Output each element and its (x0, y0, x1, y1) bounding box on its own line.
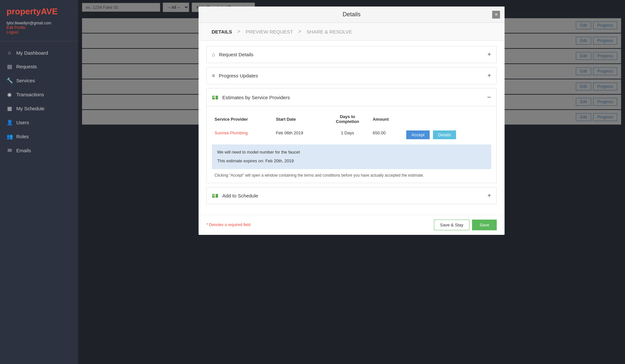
save-stay-button[interactable]: Save & Stay (434, 220, 470, 230)
sidebar-label-roles: Roles (16, 134, 29, 139)
sidebar-label-services: Services (16, 78, 35, 83)
estimate-start-date: Feb 06th 2019 (273, 128, 325, 142)
modal-footer: * Denotes a required field Save & Stay S… (199, 215, 505, 235)
estimates-toggle: − (487, 93, 491, 101)
logo-text: property (7, 7, 41, 16)
request-details-label: Request Details (219, 52, 254, 57)
accept-button[interactable]: Accept (406, 130, 430, 139)
estimate-actions: Accept Details (404, 128, 491, 142)
footer-buttons: Save & Stay Save (434, 220, 497, 230)
estimate-amount: 650.00 (370, 128, 404, 142)
wizard-step-3[interactable]: SHARE & RESOLVE (307, 29, 352, 34)
estimates-header[interactable]: 💵 Estimates by Service Providers − (207, 88, 496, 106)
dollar-icon: 💵 (212, 94, 218, 101)
wizard-sep-2: > (298, 29, 301, 34)
request-details-header[interactable]: ⌂ Request Details + (207, 46, 496, 63)
estimates-accordion: 💵 Estimates by Service Providers − Servi… (206, 88, 497, 183)
save-button[interactable]: Save (472, 220, 497, 230)
progress-updates-label: Progress Updates (219, 73, 258, 78)
sidebar-item-roles[interactable]: 👥Roles (0, 129, 78, 143)
estimate-days: 1 Days (325, 128, 370, 142)
sidebar-item-users[interactable]: 👤Users (0, 115, 78, 129)
logout-link[interactable]: Logout (7, 30, 72, 34)
user-email: tylor.llewellyn@gmail.com (7, 21, 51, 25)
th-actions (404, 112, 491, 128)
estimate-note-line2: This estimate expires on: Feb 20th, 2019 (217, 158, 486, 165)
users-icon: 👤 (7, 119, 12, 126)
sidebar-item-my-schedule[interactable]: ▦My Schedule (0, 101, 78, 115)
required-text: Denotes a required field (209, 222, 250, 227)
estimates-label: Estimates by Service Providers (222, 95, 290, 100)
th-days: Days toCompletion (325, 112, 370, 128)
modal-header: Details ✕ (199, 7, 505, 23)
estimates-body: Service Provider Start Date Days toCompl… (207, 106, 496, 183)
wizard-sep-1: > (237, 29, 240, 34)
add-to-schedule-label: Add to Schedule (222, 193, 258, 198)
logo-accent: AVE (41, 7, 58, 16)
progress-updates-header[interactable]: ≡ Progress Updates + (207, 67, 496, 84)
my-schedule-icon: ▦ (7, 105, 12, 112)
sidebar-label-transactions: Transactions (16, 92, 44, 97)
sidebar-label-my-schedule: My Schedule (16, 106, 45, 111)
wizard-steps: DETAILS > PREVIEW REQUEST > SHARE & RESO… (199, 23, 505, 41)
request-details-accordion: ⌂ Request Details + (206, 46, 497, 63)
edit-profile-link[interactable]: Edit Profile (7, 25, 72, 30)
sidebar-item-requests[interactable]: ▤Requests (0, 60, 78, 74)
add-to-schedule-toggle: + (487, 192, 491, 199)
services-icon: 🔧 (7, 77, 12, 84)
request-details-toggle: + (487, 51, 491, 58)
sidebar-nav: ⌂My Dashboard▤Requests🔧Services◉Transact… (0, 43, 78, 364)
dashboard-icon: ⌂ (7, 50, 12, 56)
sidebar-label-dashboard: My Dashboard (16, 50, 48, 56)
estimate-row: Sunrise Plumbing Feb 06th 2019 1 Days 65… (212, 128, 491, 142)
sidebar-item-emails[interactable]: ✉Emails (0, 143, 78, 157)
required-note: * Denotes a required field (206, 222, 250, 227)
add-to-schedule-accordion: 💵 Add to Schedule + (206, 187, 497, 204)
list-icon: ≡ (212, 73, 215, 79)
estimate-note-box: We will need to model number for the fau… (212, 144, 491, 169)
modal: Details ✕ DETAILS > PREVIEW REQUEST > SH… (199, 7, 505, 235)
sidebar-label-requests: Requests (16, 64, 37, 69)
required-star: * (206, 222, 208, 227)
estimate-note-line1: We will need to model number for the fau… (217, 149, 486, 156)
estimate-provider: Sunrise Plumbing (212, 128, 273, 142)
wizard-step-2[interactable]: PREVIEW REQUEST (245, 29, 293, 34)
schedule-dollar-icon: 💵 (212, 193, 218, 199)
sidebar-label-users: Users (16, 120, 29, 125)
roles-icon: 👥 (7, 133, 12, 140)
th-start-date: Start Date (273, 112, 325, 128)
modal-close-button[interactable]: ✕ (492, 11, 500, 19)
sidebar-label-emails: Emails (16, 148, 31, 153)
modal-overlay: Details ✕ DETAILS > PREVIEW REQUEST > SH… (78, 0, 625, 364)
sidebar-item-dashboard[interactable]: ⌂My Dashboard (0, 46, 78, 60)
sidebar-divider (0, 41, 78, 41)
user-info: tylor.llewellyn@gmail.com Edit Profile L… (0, 19, 78, 40)
transactions-icon: ◉ (7, 91, 12, 98)
th-amount: Amount (370, 112, 404, 128)
home-icon: ⌂ (212, 52, 215, 58)
sidebar-item-services[interactable]: 🔧Services (0, 74, 78, 88)
emails-icon: ✉ (7, 147, 12, 154)
estimates-table: Service Provider Start Date Days toCompl… (212, 112, 491, 142)
add-to-schedule-header[interactable]: 💵 Add to Schedule + (207, 187, 496, 204)
progress-updates-accordion: ≡ Progress Updates + (206, 67, 497, 84)
wizard-step-1[interactable]: DETAILS (212, 29, 232, 34)
estimate-disclaimer: Clicking "Accept" will open a window con… (212, 173, 491, 178)
th-provider: Service Provider (212, 112, 273, 128)
sidebar-item-transactions[interactable]: ◉Transactions (0, 88, 78, 101)
modal-body: ⌂ Request Details + ≡ Progress Updates + (199, 41, 505, 215)
provider-link[interactable]: Sunrise Plumbing (215, 130, 248, 135)
main-area: -- All -- Hide Completed Requests Edit P… (78, 0, 625, 364)
logo: propertyAVE (0, 0, 78, 19)
modal-title: Details (342, 11, 360, 18)
requests-icon: ▤ (7, 63, 12, 70)
details-button[interactable]: Details (433, 130, 456, 139)
sidebar: propertyAVE tylor.llewellyn@gmail.com Ed… (0, 0, 78, 364)
progress-updates-toggle: + (487, 72, 491, 79)
